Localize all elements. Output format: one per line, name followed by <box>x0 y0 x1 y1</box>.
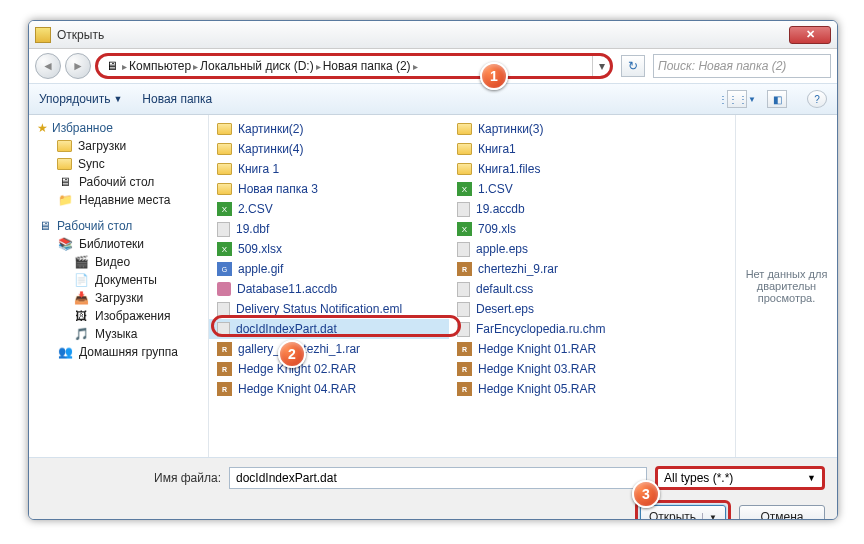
file-item[interactable]: Новая папка 3 <box>209 179 449 199</box>
preview-pane-button[interactable]: ◧ <box>767 90 787 108</box>
sidebar-downloads2[interactable]: 📥Загрузки <box>29 289 208 307</box>
star-icon: ★ <box>37 121 48 135</box>
crumb-1[interactable]: Локальный диск (D:) <box>200 59 314 73</box>
sidebar-video[interactable]: 🎬Видео <box>29 253 208 271</box>
file-item[interactable]: RHedge Knight 02.RAR <box>209 359 449 379</box>
library-icon: 📚 <box>57 237 73 251</box>
file-item[interactable]: FarEncyclopedia.ru.chm <box>449 319 689 339</box>
annotation-badge-1: 1 <box>480 62 508 90</box>
file-item[interactable]: apple.eps <box>449 239 689 259</box>
file-item[interactable]: RHedge Knight 05.RAR <box>449 379 689 399</box>
help-button[interactable]: ? <box>807 90 827 108</box>
sidebar-libraries[interactable]: 📚Библиотеки <box>29 235 208 253</box>
file-item[interactable]: RHedge Knight 04.RAR <box>209 379 449 399</box>
file-item[interactable]: RHedge Knight 01.RAR <box>449 339 689 359</box>
recent-icon: 📁 <box>57 193 73 207</box>
file-item[interactable]: Картинки(3) <box>449 119 689 139</box>
file-item[interactable]: Delivery Status Notification.eml <box>209 299 449 319</box>
file-item[interactable]: Картинки(4) <box>209 139 449 159</box>
dialog-body: ★Избранное Загрузки Sync 🖥Рабочий стол 📁… <box>29 115 837 457</box>
crumb-0[interactable]: Компьютер <box>129 59 191 73</box>
filename-input[interactable] <box>229 467 647 489</box>
navigation-row: ◄ ► 🖥 ▸Компьютер ▸Локальный диск (D:) ▸Н… <box>29 49 837 83</box>
file-item[interactable]: Gapple.gif <box>209 259 449 279</box>
address-bar-highlight: 🖥 ▸Компьютер ▸Локальный диск (D:) ▸Новая… <box>95 53 613 79</box>
crumb-2[interactable]: Новая папка (2) <box>323 59 411 73</box>
file-item[interactable]: 19.dbf <box>209 219 449 239</box>
sidebar: ★Избранное Загрузки Sync 🖥Рабочий стол 📁… <box>29 115 209 457</box>
file-item[interactable]: Книга1 <box>449 139 689 159</box>
file-item[interactable]: X1.CSV <box>449 179 689 199</box>
file-item[interactable]: 19.accdb <box>449 199 689 219</box>
back-button[interactable]: ◄ <box>35 53 61 79</box>
new-folder-button[interactable]: Новая папка <box>142 92 212 106</box>
sidebar-music[interactable]: 🎵Музыка <box>29 325 208 343</box>
file-item[interactable]: Картинки(2) <box>209 119 449 139</box>
file-list[interactable]: Картинки(2)Картинки(4)Книга 1Новая папка… <box>209 115 735 457</box>
file-item[interactable]: Книга1.files <box>449 159 689 179</box>
refresh-button[interactable]: ↻ <box>621 55 645 77</box>
homegroup-icon: 👥 <box>57 345 73 359</box>
file-item[interactable]: X2.CSV <box>209 199 449 219</box>
annotation-badge-2: 2 <box>278 340 306 368</box>
file-item[interactable]: Rgallery_chertezhi_1.rar <box>209 339 449 359</box>
open-button[interactable]: Открыть ▼ <box>640 505 726 520</box>
toolbar: Упорядочить ▼ Новая папка ⋮⋮⋮ ▼ ◧ ? <box>29 83 837 115</box>
annotation-badge-3: 3 <box>632 480 660 508</box>
view-options-button[interactable]: ⋮⋮⋮ ▼ <box>727 90 747 108</box>
file-item[interactable]: RHedge Knight 03.RAR <box>449 359 689 379</box>
sidebar-downloads[interactable]: Загрузки <box>29 137 208 155</box>
file-item[interactable]: default.css <box>449 279 689 299</box>
filetype-select[interactable]: All types (*.*)▼ <box>655 466 825 490</box>
file-item[interactable]: Rchertezhi_9.rar <box>449 259 689 279</box>
sidebar-documents[interactable]: 📄Документы <box>29 271 208 289</box>
bottom-panel: Имя файла: All types (*.*)▼ Открыть ▼ От… <box>29 457 837 520</box>
file-item[interactable]: Desert.eps <box>449 299 689 319</box>
file-item[interactable]: X509.xlsx <box>209 239 449 259</box>
sidebar-desktop[interactable]: 🖥Рабочий стол <box>29 173 208 191</box>
favorites-header[interactable]: ★Избранное <box>29 119 208 137</box>
search-input[interactable]: Поиск: Новая папка (2) <box>653 54 831 78</box>
organize-button[interactable]: Упорядочить ▼ <box>39 92 122 106</box>
address-bar[interactable]: 🖥 ▸Компьютер ▸Локальный диск (D:) ▸Новая… <box>98 59 592 73</box>
titlebar: Открыть ✕ <box>29 21 837 49</box>
filename-label: Имя файла: <box>41 471 221 485</box>
preview-pane: Нет данных для дварительн просмотра. <box>735 115 837 457</box>
open-file-dialog: Открыть ✕ ◄ ► 🖥 ▸Компьютер ▸Локальный ди… <box>28 20 838 520</box>
sidebar-pictures[interactable]: 🖼Изображения <box>29 307 208 325</box>
file-item[interactable]: Database11.accdb <box>209 279 449 299</box>
close-button[interactable]: ✕ <box>789 26 831 44</box>
computer-icon: 🖥 <box>104 59 120 73</box>
sidebar-recent[interactable]: 📁Недавние места <box>29 191 208 209</box>
file-item[interactable]: X709.xls <box>449 219 689 239</box>
desktop-icon: 🖥 <box>37 219 53 233</box>
app-icon <box>35 27 51 43</box>
file-item[interactable]: docIdIndexPart.dat <box>209 319 449 339</box>
file-item[interactable]: Книга 1 <box>209 159 449 179</box>
desktop-header[interactable]: 🖥Рабочий стол <box>29 217 208 235</box>
sidebar-homegroup[interactable]: 👥Домашняя группа <box>29 343 208 361</box>
sidebar-sync[interactable]: Sync <box>29 155 208 173</box>
desktop-icon: 🖥 <box>57 175 73 189</box>
window-title: Открыть <box>57 28 789 42</box>
forward-button[interactable]: ► <box>65 53 91 79</box>
address-dropdown[interactable]: ▾ <box>592 56 610 76</box>
cancel-button[interactable]: Отмена <box>739 505 825 520</box>
